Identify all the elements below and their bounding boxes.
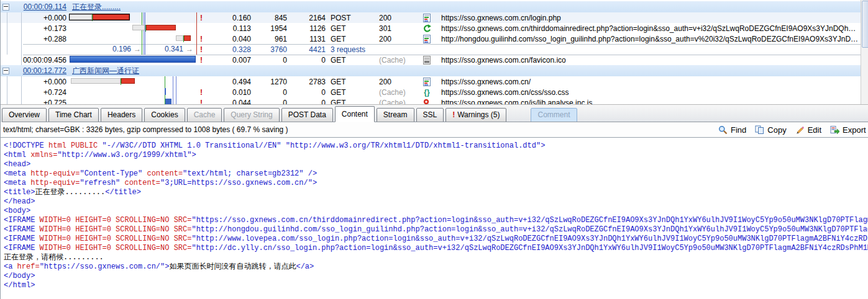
method-cell: GET	[326, 78, 379, 86]
chart-guide-line	[173, 87, 173, 97]
url-cell: https://sso.gxnews.com.cn/css/sso.css	[441, 88, 861, 97]
result-cell: 200	[379, 14, 413, 22]
tab-post-data[interactable]: POST Data	[281, 108, 333, 122]
arrow-icon: →	[131, 45, 141, 53]
request-row[interactable]: +0.724!0.01000GET(Cache){}https://sso.gx…	[1, 87, 861, 97]
grid-vertical-scrollbar[interactable]	[861, 0, 868, 104]
time-cell: 0.044	[206, 99, 251, 105]
content-type-status: text/html; charset=GBK : 3326 bytes, gzi…	[1, 125, 288, 134]
timing-bar	[121, 78, 135, 84]
tab-headers[interactable]: Headers	[101, 108, 142, 122]
page-summary-row[interactable]: 0.196→0.341→!0.328376044213 requests	[1, 44, 861, 55]
request-row[interactable]: +0.725!0.04400GET(Cache)https://sso.gxne…	[1, 97, 861, 104]
redirect-icon	[423, 24, 431, 32]
received-bytes-cell: 2164	[287, 14, 326, 22]
tab-stream[interactable]: Stream	[377, 108, 414, 122]
search-icon	[718, 125, 728, 135]
sent-bytes-cell: 0	[251, 88, 287, 97]
tab-label: Content	[342, 110, 368, 118]
request-row[interactable]: 00:00:09.456!0.00700GET(Cache)https://ss…	[1, 55, 861, 65]
tab-warnings-5-[interactable]: !Warnings (5)	[445, 108, 506, 122]
received-bytes-cell: 0	[287, 56, 326, 65]
timing-bar	[132, 25, 145, 30]
code-line: <IFRAME WIDTH=0 HEIGHT=0 SCROLLING=NO SR…	[4, 225, 868, 234]
sent-bytes-cell: 961	[251, 35, 287, 43]
chart-guide-line	[144, 12, 144, 23]
chart-guide-line	[142, 12, 142, 23]
time-cell: 0.007	[206, 56, 251, 65]
http-sniffer-window: 00:00:09.114正在登录.........+0.000!0.160845…	[0, 0, 868, 299]
request-offset: +0.173	[12, 24, 68, 33]
toolbar-export-button[interactable]: Export	[830, 125, 866, 135]
chart-guide-line	[144, 44, 144, 55]
chart-guide-line	[176, 87, 176, 97]
result-cell: 301	[379, 24, 413, 33]
toolbar-edit-button[interactable]: Edit	[795, 125, 821, 135]
tab-time-chart[interactable]: Time Chart	[48, 108, 99, 122]
html-page-icon	[423, 14, 431, 22]
warning-cell: !	[197, 99, 206, 105]
tab-content[interactable]: Content	[335, 106, 375, 122]
toolbar-copy-button[interactable]: Copy	[755, 125, 786, 135]
chart-guide-line	[176, 76, 176, 87]
collapse-toggle[interactable]	[2, 68, 9, 74]
time-chart-cell	[68, 55, 197, 65]
toolbar-find-button[interactable]: Find	[718, 125, 746, 135]
tab-query-string[interactable]: Query String	[224, 108, 279, 122]
request-row[interactable]: +0.000!0.1608452164POST200https://sso.gx…	[1, 12, 861, 23]
page-group-row[interactable]: 00:00:12.772广西新闻网—通行证	[1, 65, 861, 76]
tab-label: Cache	[194, 110, 216, 119]
tree-guide-line	[7, 12, 7, 55]
sent-bytes-cell: 0	[251, 99, 287, 105]
time-chart-cell	[68, 87, 197, 97]
code-line: </html>	[4, 281, 868, 290]
tool-label: Edit	[808, 125, 821, 135]
request-offset: +0.000	[12, 78, 68, 86]
request-row[interactable]: +0.0000.49412702783GET200https://sso.gxn…	[1, 76, 861, 87]
tab-ssl[interactable]: SSL	[416, 108, 444, 122]
chart-time-label: 0.196→	[112, 45, 141, 53]
request-offset: +0.725	[12, 99, 68, 105]
tab-label: Overview	[9, 110, 40, 119]
received-bytes-cell: 4421	[287, 45, 326, 54]
code-line: <a href="https://sso.gxnews.com.cn/">如果页…	[4, 262, 868, 272]
method-cell: GET	[326, 56, 379, 65]
chart-guide-line	[142, 44, 142, 55]
received-bytes-cell: 1126	[287, 24, 326, 33]
timing-bar	[184, 35, 191, 41]
result-cell: 200	[379, 35, 413, 43]
request-row[interactable]: +0.1730.11319541126GET301https://sso.gxn…	[1, 23, 861, 33]
tab-overview[interactable]: Overview	[2, 108, 47, 122]
result-cell: (Cache)	[379, 99, 413, 105]
scrollbar-thumb[interactable]	[862, 1, 868, 48]
type-icon-cell	[413, 14, 441, 22]
timing-bar	[71, 78, 121, 84]
method-cell: 3 requests	[326, 45, 379, 54]
warning-icon: !	[200, 35, 203, 43]
received-bytes-cell: 0	[287, 99, 326, 105]
tab-label: Warnings (5)	[457, 110, 500, 119]
warning-cell: !	[197, 56, 206, 65]
chart-guide-line	[196, 33, 197, 44]
received-bytes-cell: 1131	[287, 35, 326, 43]
page-group-row[interactable]: 00:00:09.114正在登录.........	[1, 1, 861, 12]
time-chart-cell	[68, 76, 197, 87]
tab-label: SSL	[423, 110, 437, 119]
tab-bar: OverviewTime ChartHeadersCookiesCacheQue…	[2, 107, 557, 122]
detail-tab-zone: OverviewTime ChartHeadersCookiesCacheQue…	[1, 104, 868, 122]
tab-label: Stream	[383, 110, 408, 119]
tab-cookies[interactable]: Cookies	[144, 108, 185, 122]
sent-bytes-cell: 845	[251, 14, 287, 22]
tab-label: Headers	[107, 110, 135, 119]
tab-comment[interactable]: Comment	[531, 108, 577, 122]
edit-icon	[795, 125, 805, 135]
url-cell: https://sso.gxnews.com.cn/js/lib.analyse…	[441, 99, 861, 105]
response-source-view[interactable]: <!DOCTYPE html PUBLIC "-//W3C//DTD XHTML…	[1, 138, 868, 299]
collapse-toggle[interactable]	[2, 4, 9, 11]
column-guide-line	[21, 76, 22, 104]
request-row[interactable]: +0.288!0.0409611131GET200http://hongdou.…	[1, 33, 861, 44]
copy-icon	[755, 125, 764, 135]
sent-bytes-cell: 0	[251, 56, 287, 65]
tab-cache[interactable]: Cache	[187, 108, 222, 122]
content-toolbar: FindCopyEditExport	[718, 122, 866, 137]
